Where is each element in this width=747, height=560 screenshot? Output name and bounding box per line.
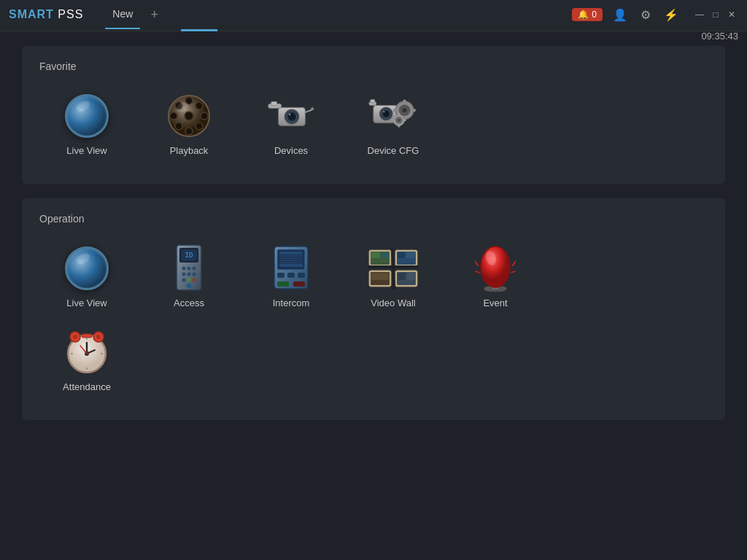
favorite-device-cfg[interactable]: Device CFG [346, 87, 441, 163]
devices-icon [266, 94, 317, 138]
svg-rect-70 [277, 281, 289, 287]
tab-new-label: New [112, 8, 133, 20]
operation-live-view-label: Live View [66, 298, 107, 308]
device-cfg-label: Device CFG [368, 145, 419, 156]
event-label: Event [483, 298, 507, 308]
favorite-devices[interactable]: Devices [244, 87, 338, 163]
operation-event[interactable]: Event [448, 239, 543, 316]
svg-point-15 [289, 113, 291, 115]
app-logo: SMART PSS [9, 8, 83, 21]
settings-icon[interactable]: ⚙ [638, 7, 654, 23]
device-cfg-icon [368, 94, 419, 138]
playback-label: Playback [170, 145, 209, 156]
svg-rect-86 [407, 273, 415, 280]
svg-rect-66 [279, 264, 303, 267]
svg-rect-69 [298, 273, 305, 278]
svg-rect-85 [398, 273, 406, 280]
bell-icon: 🔔 [578, 9, 589, 20]
svg-rect-103 [82, 334, 92, 338]
svg-point-54 [193, 273, 196, 276]
user-icon[interactable]: 👤 [610, 7, 630, 23]
access-label: Access [174, 298, 204, 308]
favorite-playback[interactable]: Playback [142, 87, 236, 163]
svg-rect-43 [392, 119, 395, 121]
svg-point-57 [193, 279, 196, 282]
operation-section: Operation Live View [22, 198, 725, 420]
favorite-grid: Live View [39, 87, 708, 163]
playback-icon [163, 94, 214, 138]
operation-live-view[interactable]: Live View [39, 239, 134, 316]
alert-count: 0 [592, 9, 597, 20]
app-name-light: PSS [54, 8, 83, 20]
operation-intercom[interactable]: Intercom [244, 239, 338, 316]
svg-line-94 [513, 261, 516, 265]
svg-rect-67 [277, 273, 285, 278]
operation-section-title: Operation [39, 213, 708, 225]
svg-rect-79 [406, 252, 415, 258]
svg-rect-62 [279, 255, 303, 257]
svg-point-7 [196, 122, 203, 130]
devices-label: Devices [274, 145, 308, 156]
operation-attendance[interactable]: Attendance [39, 323, 134, 400]
svg-point-58 [187, 284, 191, 288]
clock-display: 09:35:43 [701, 31, 738, 42]
intercom-icon [266, 246, 317, 290]
info-icon[interactable]: ⚡ [661, 7, 681, 23]
event-icon [470, 246, 521, 290]
svg-rect-44 [403, 119, 406, 121]
operation-video-wall[interactable]: Video Wall [346, 239, 441, 316]
svg-point-29 [403, 108, 407, 112]
operation-grid: Live View [39, 239, 708, 316]
alert-badge[interactable]: 🔔 0 [572, 8, 603, 21]
favorite-section-title: Favorite [39, 61, 708, 72]
main-content: Favorite Live View [0, 31, 747, 560]
titlebar-right: 🔔 0 👤 ⚙ ⚡ — □ ✕ [572, 7, 738, 23]
titlebar: SMART PSS New + 🔔 0 👤 ⚙ ⚡ — □ ✕ [0, 0, 747, 29]
svg-text:ID: ID [185, 252, 193, 259]
svg-rect-75 [382, 252, 389, 258]
svg-point-91 [481, 246, 510, 287]
svg-point-55 [182, 279, 186, 282]
svg-rect-71 [293, 281, 305, 287]
svg-point-52 [182, 273, 186, 276]
svg-point-8 [196, 102, 203, 109]
svg-point-56 [187, 279, 191, 282]
live-view-icon [61, 94, 112, 138]
favorite-live-view[interactable]: Live View [39, 87, 134, 163]
close-button[interactable]: ✕ [725, 8, 738, 21]
svg-rect-78 [398, 252, 405, 258]
svg-rect-82 [371, 273, 389, 280]
app-name-bold: SMART [9, 8, 54, 20]
svg-point-50 [187, 267, 191, 271]
svg-point-49 [182, 267, 186, 271]
svg-rect-61 [279, 252, 303, 254]
minimize-button[interactable]: — [693, 8, 706, 21]
svg-line-96 [511, 271, 515, 273]
svg-line-18 [305, 109, 312, 112]
svg-rect-26 [371, 100, 375, 103]
attendance-label: Attendance [63, 381, 111, 392]
svg-rect-63 [279, 257, 303, 259]
maximize-button[interactable]: □ [709, 8, 722, 21]
add-tab-button[interactable]: + [146, 7, 163, 23]
svg-point-24 [383, 111, 384, 112]
svg-point-102 [96, 335, 101, 339]
svg-line-95 [476, 271, 479, 273]
operation-access[interactable]: ID Access [142, 239, 236, 316]
access-icon: ID [163, 246, 214, 290]
svg-rect-30 [403, 100, 406, 104]
svg-point-40 [398, 119, 400, 122]
video-wall-icon [368, 246, 419, 290]
svg-point-9 [175, 122, 182, 130]
svg-rect-41 [398, 113, 400, 116]
svg-rect-64 [279, 260, 303, 261]
attendance-icon [61, 330, 112, 374]
svg-point-101 [73, 335, 77, 339]
live-view-label: Live View [66, 145, 107, 156]
tab-new[interactable]: New [105, 0, 140, 29]
operation-live-view-icon [61, 246, 112, 290]
svg-rect-17 [271, 101, 277, 105]
svg-point-4 [170, 112, 177, 120]
video-wall-label: Video Wall [371, 298, 415, 308]
svg-point-1 [185, 112, 193, 120]
